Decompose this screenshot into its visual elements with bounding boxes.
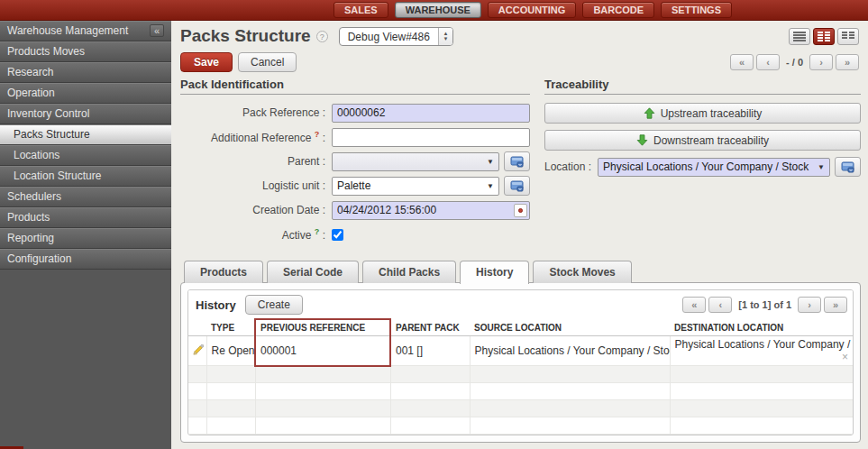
- form-view-button[interactable]: [813, 28, 835, 45]
- edit-row-cell[interactable]: [188, 336, 206, 366]
- pager-first-button[interactable]: «: [730, 54, 754, 70]
- sidebar-item-research[interactable]: Research: [0, 62, 171, 83]
- sidebar-item-reporting[interactable]: Reporting: [0, 228, 171, 249]
- cell-previous-reference[interactable]: 000001: [255, 336, 390, 366]
- creation-date-label: Creation Date :: [180, 204, 332, 216]
- sidebar-item-schedulers[interactable]: Schedulers: [0, 187, 171, 207]
- pencil-icon: [193, 344, 204, 355]
- sidebar-item-inventory-control[interactable]: Inventory Control: [0, 104, 171, 124]
- sidebar-collapse-icon[interactable]: «: [150, 24, 164, 37]
- history-list-title: History: [196, 298, 236, 312]
- help-question-icon[interactable]: ?: [315, 130, 320, 139]
- tab-child-packs[interactable]: Child Packs: [362, 261, 456, 283]
- kanban-view-button[interactable]: [837, 28, 859, 45]
- cell-parent-pack[interactable]: 001 []: [390, 336, 470, 366]
- chevron-down-icon: ▼: [816, 163, 829, 171]
- history-pager-first-button[interactable]: «: [682, 297, 706, 313]
- tab-products[interactable]: Products: [184, 261, 263, 283]
- tab-stock-moves[interactable]: Stock Moves: [533, 261, 631, 283]
- table-row-empty: [188, 366, 853, 383]
- help-question-icon[interactable]: ?: [315, 227, 320, 236]
- parent-open-record-button[interactable]: [504, 151, 530, 171]
- additional-reference-text: Additional Reference: [211, 132, 311, 144]
- parent-select[interactable]: ▼: [332, 152, 499, 171]
- delete-row-icon[interactable]: ×: [842, 351, 848, 363]
- cell-type[interactable]: Re Open: [206, 336, 255, 366]
- upstream-traceability-button[interactable]: Upstream traceability: [544, 103, 861, 124]
- nav-barcode[interactable]: BARCODE: [582, 2, 654, 18]
- logistic-unit-select[interactable]: Palette ▼: [332, 177, 499, 196]
- location-select[interactable]: Physical Locations / Your Company / Stoc…: [598, 158, 830, 177]
- sidebar-item-products-moves[interactable]: Products Moves: [0, 41, 171, 62]
- pack-reference-field[interactable]: [332, 104, 530, 123]
- column-destination-location[interactable]: DESTINATION LOCATION: [670, 319, 853, 336]
- table-row-empty: [188, 417, 853, 435]
- pager-next-button[interactable]: ›: [809, 54, 833, 70]
- main-content: Packs Structure ? Debug View#486 ▲ ▼: [171, 21, 868, 449]
- create-button[interactable]: Create: [245, 295, 303, 315]
- calendar-icon[interactable]: [514, 204, 527, 217]
- column-parent-pack[interactable]: PARENT PACK: [390, 319, 470, 336]
- sidebar-filler: [0, 270, 171, 449]
- tab-history[interactable]: History: [460, 261, 529, 284]
- cancel-button[interactable]: Cancel: [238, 52, 297, 72]
- nav-sales[interactable]: SALES: [333, 2, 388, 18]
- sidebar-item-label: Warehouse Management: [7, 24, 128, 37]
- debug-view-label: Debug View#486: [340, 28, 438, 45]
- spinner-icon: ▲ ▼: [438, 28, 452, 45]
- additional-reference-field[interactable]: [332, 128, 530, 147]
- open-record-icon: [510, 155, 525, 168]
- location-label: Location :: [544, 160, 598, 173]
- nav-settings[interactable]: SETTINGS: [661, 2, 732, 18]
- location-open-record-button[interactable]: [835, 157, 861, 177]
- sidebar-item-warehouse-management[interactable]: Warehouse Management «: [0, 21, 171, 41]
- cell-destination-location[interactable]: Physical Locations / Your Company / Outp…: [670, 336, 853, 366]
- history-pager-range: [1 to 1] of 1: [735, 299, 795, 310]
- chevron-down-icon: ▼: [485, 182, 498, 190]
- downstream-traceability-label: Downstream traceability: [653, 134, 769, 147]
- location-value: Physical Locations / Your Company / Stoc…: [598, 160, 816, 173]
- logistic-unit-open-record-button[interactable]: [504, 176, 530, 196]
- sidebar-item-configuration[interactable]: Configuration: [0, 249, 171, 270]
- creation-date-field[interactable]: [332, 201, 530, 220]
- logistic-unit-label: Logistic unit :: [180, 179, 332, 192]
- pager-last-button[interactable]: »: [836, 54, 859, 70]
- open-record-icon: [510, 179, 525, 192]
- label-colon: :: [323, 132, 325, 144]
- sidebar-item-location-structure[interactable]: Location Structure: [0, 166, 171, 187]
- table-row-empty: [188, 400, 853, 417]
- sidebar-item-packs-structure[interactable]: Packs Structure: [0, 124, 171, 145]
- open-record-icon: [841, 160, 855, 173]
- debug-view-select[interactable]: Debug View#486 ▲ ▼: [339, 27, 453, 46]
- sidebar: Warehouse Management « Products Moves Re…: [0, 21, 171, 449]
- green-down-arrow-icon: [636, 134, 648, 146]
- nav-accounting[interactable]: ACCOUNTING: [488, 2, 577, 18]
- tab-serial-code[interactable]: Serial Code: [267, 261, 359, 283]
- history-pager-next-button[interactable]: ›: [798, 297, 821, 313]
- help-icon[interactable]: ?: [316, 31, 328, 42]
- downstream-traceability-button[interactable]: Downstream traceability: [544, 130, 861, 151]
- nav-warehouse[interactable]: WAREHOUSE: [395, 2, 481, 18]
- section-traceability: Traceability: [544, 78, 861, 95]
- parent-label: Parent :: [180, 155, 332, 168]
- active-checkbox[interactable]: [332, 229, 343, 241]
- sidebar-item-operation[interactable]: Operation: [0, 83, 171, 104]
- column-source-location[interactable]: SOURCE LOCATION: [470, 319, 670, 336]
- history-pager-last-button[interactable]: »: [824, 297, 847, 313]
- form-view-icon: [818, 32, 830, 41]
- list-view-button[interactable]: [789, 28, 810, 45]
- pager-prev-button[interactable]: ‹: [756, 54, 780, 70]
- sidebar-item-locations[interactable]: Locations: [0, 145, 171, 166]
- upstream-traceability-label: Upstream traceability: [661, 107, 763, 120]
- top-navigation-bar: SALES WAREHOUSE ACCOUNTING BARCODE SETTI…: [0, 0, 868, 21]
- column-type[interactable]: TYPE: [206, 319, 255, 336]
- table-row[interactable]: Re Open 000001 001 [] Physical Locations…: [188, 336, 853, 366]
- sidebar-item-products[interactable]: Products: [0, 207, 171, 228]
- page-title: Packs Structure: [180, 26, 311, 46]
- table-row-empty: [188, 383, 853, 400]
- column-previous-reference[interactable]: PREVIOUS REFERENCE: [255, 319, 390, 336]
- history-pager-prev-button[interactable]: ‹: [708, 297, 732, 313]
- cell-source-location[interactable]: Physical Locations / Your Company / Stoc…: [470, 336, 670, 366]
- kanban-view-icon: [842, 32, 854, 41]
- save-button[interactable]: Save: [180, 52, 233, 72]
